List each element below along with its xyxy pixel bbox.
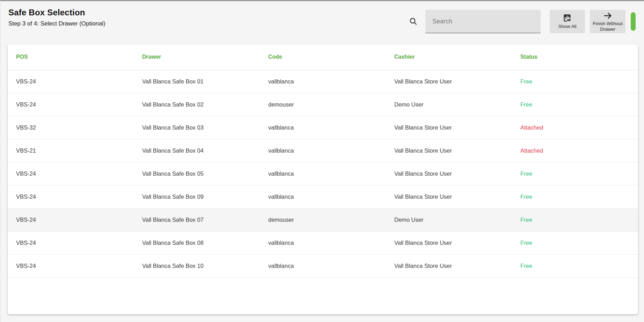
table-row[interactable]: VBS-24Vall Blanca Safe Box 10vallblancaV… (8, 254, 638, 277)
show-all-icon (563, 14, 572, 23)
window-top-shadow (0, 0, 644, 2)
table-row[interactable]: VBS-24Vall Blanca Safe Box 08vallblancaV… (8, 231, 638, 254)
cell-status: Free (512, 162, 638, 185)
show-all-button[interactable]: Show All (550, 10, 585, 33)
table-row[interactable]: VBS-24Vall Blanca Safe Box 01vallblancaV… (8, 70, 638, 93)
table-row[interactable]: VBS-24Vall Blanca Safe Box 02demouserDem… (8, 93, 638, 116)
header-cashier: Cashier (386, 44, 512, 70)
cell-status: Free (512, 93, 638, 116)
scrollbar-thumb[interactable] (631, 12, 636, 31)
cell-code: vallblanca (260, 116, 386, 139)
cell-status: Free (512, 231, 638, 254)
cell-drawer: Vall Blanca Safe Box 02 (134, 93, 260, 116)
cell-pos: VBS-24 (8, 70, 134, 93)
page-subtitle: Step 3 of 4: Select Drawer (Optional) (8, 20, 105, 27)
cell-code: vallblanca (260, 254, 386, 277)
cell-cashier: Vall Blanca Store User (386, 231, 512, 254)
finish-without-drawer-button[interactable]: Finish Without Drawer (590, 10, 625, 33)
cell-pos: VBS-24 (8, 185, 134, 208)
cell-drawer: Vall Blanca Safe Box 01 (134, 70, 260, 93)
title-block: Safe Box Selection Step 3 of 4: Select D… (8, 8, 105, 27)
cell-cashier: Vall Blanca Store User (386, 162, 512, 185)
page-header: Safe Box Selection Step 3 of 4: Select D… (0, 0, 644, 44)
cell-pos: VBS-24 (8, 208, 134, 231)
cell-cashier: Vall Blanca Store User (386, 139, 512, 162)
toolbar: Show All Finish Without Drawer (409, 10, 636, 33)
cell-status: Attached (512, 139, 638, 162)
table-row[interactable]: VBS-24Vall Blanca Safe Box 05vallblancaV… (8, 162, 638, 185)
cell-code: vallblanca (260, 185, 386, 208)
cell-drawer: Vall Blanca Safe Box 10 (134, 254, 260, 277)
cell-drawer: Vall Blanca Safe Box 04 (134, 139, 260, 162)
cell-cashier: Demo User (386, 93, 512, 116)
cell-drawer: Vall Blanca Safe Box 05 (134, 162, 260, 185)
cell-status: Attached (512, 116, 638, 139)
cell-cashier: Vall Blanca Store User (386, 116, 512, 139)
search-input[interactable] (425, 10, 541, 33)
table-row[interactable]: VBS-21Vall Blanca Safe Box 04vallblancaV… (8, 139, 638, 162)
cell-drawer: Vall Blanca Safe Box 09 (134, 185, 260, 208)
cell-pos: VBS-24 (8, 162, 134, 185)
cell-drawer: Vall Blanca Safe Box 07 (134, 208, 260, 231)
cell-drawer: Vall Blanca Safe Box 03 (134, 116, 260, 139)
cell-pos: VBS-32 (8, 116, 134, 139)
drawer-table: POS Drawer Code Cashier Status VBS-24Val… (8, 44, 638, 278)
drawer-table-card: POS Drawer Code Cashier Status VBS-24Val… (8, 44, 638, 314)
page-title: Safe Box Selection (8, 8, 105, 17)
cell-code: vallblanca (260, 162, 386, 185)
cell-cashier: Demo User (386, 208, 512, 231)
cell-cashier: Vall Blanca Store User (386, 254, 512, 277)
cell-code: demouser (260, 93, 386, 116)
cell-status: Free (512, 254, 638, 277)
table-row[interactable]: VBS-24Vall Blanca Safe Box 09vallblancaV… (8, 185, 638, 208)
cell-cashier: Vall Blanca Store User (386, 185, 512, 208)
header-code: Code (260, 44, 386, 70)
search-field-wrap (425, 10, 541, 33)
cell-code: vallblanca (260, 231, 386, 254)
header-status: Status (512, 44, 638, 70)
safe-box-selection-screen: { "page": { "title": "Safe Box Selection… (0, 0, 644, 322)
cell-status: Free (512, 208, 638, 231)
table-row[interactable]: VBS-32Vall Blanca Safe Box 03vallblancaV… (8, 116, 638, 139)
cell-status: Free (512, 185, 638, 208)
header-drawer: Drawer (134, 44, 260, 70)
table-row[interactable]: VBS-24Vall Blanca Safe Box 07demouserDem… (8, 208, 638, 231)
cell-code: vallblanca (260, 139, 386, 162)
header-pos: POS (8, 44, 134, 70)
cell-cashier: Vall Blanca Store User (386, 70, 512, 93)
cell-pos: VBS-24 (8, 231, 134, 254)
search-icon (409, 17, 418, 26)
cell-drawer: Vall Blanca Safe Box 08 (134, 231, 260, 254)
cell-pos: VBS-24 (8, 254, 134, 277)
arrow-right-icon (603, 11, 612, 20)
cell-code: vallblanca (260, 70, 386, 93)
table-body: VBS-24Vall Blanca Safe Box 01vallblancaV… (8, 70, 638, 277)
cell-status: Free (512, 70, 638, 93)
cell-pos: VBS-21 (8, 139, 134, 162)
cell-code: demouser (260, 208, 386, 231)
finish-without-drawer-label: Finish Without Drawer (591, 21, 624, 31)
cell-pos: VBS-24 (8, 93, 134, 116)
show-all-label: Show All (558, 24, 577, 29)
table-header-row: POS Drawer Code Cashier Status (8, 44, 638, 70)
